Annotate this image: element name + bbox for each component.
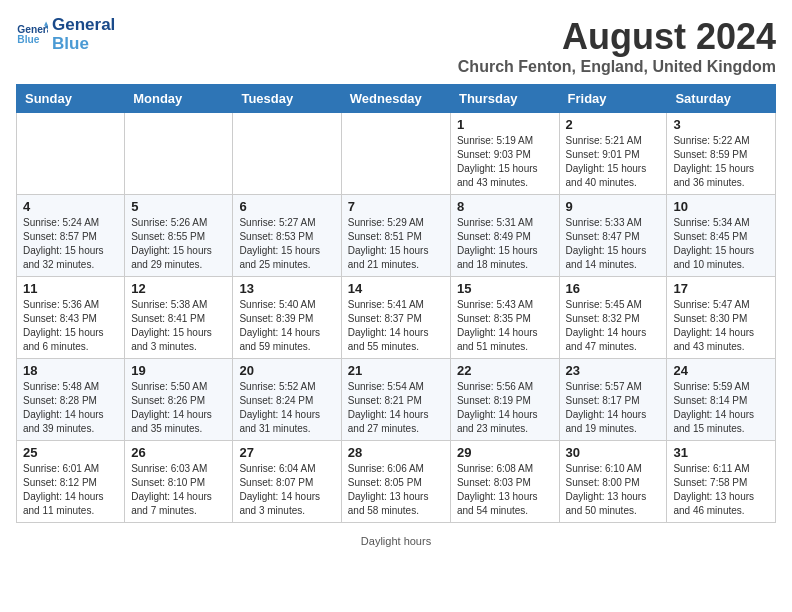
day-info: Sunrise: 5:19 AM Sunset: 9:03 PM Dayligh… xyxy=(457,134,553,190)
calendar-cell: 2Sunrise: 5:21 AM Sunset: 9:01 PM Daylig… xyxy=(559,113,667,195)
weekday-header-wednesday: Wednesday xyxy=(341,85,450,113)
day-info: Sunrise: 5:21 AM Sunset: 9:01 PM Dayligh… xyxy=(566,134,661,190)
logo-icon: General Blue xyxy=(16,19,48,51)
weekday-header-row: SundayMondayTuesdayWednesdayThursdayFrid… xyxy=(17,85,776,113)
day-number: 20 xyxy=(239,363,334,378)
day-number: 10 xyxy=(673,199,769,214)
calendar-cell: 19Sunrise: 5:50 AM Sunset: 8:26 PM Dayli… xyxy=(125,359,233,441)
day-number: 11 xyxy=(23,281,118,296)
day-info: Sunrise: 5:22 AM Sunset: 8:59 PM Dayligh… xyxy=(673,134,769,190)
day-number: 6 xyxy=(239,199,334,214)
logo-blue: Blue xyxy=(52,35,115,54)
daylight-hours-label: Daylight hours xyxy=(361,535,431,547)
week-row-5: 25Sunrise: 6:01 AM Sunset: 8:12 PM Dayli… xyxy=(17,441,776,523)
day-info: Sunrise: 5:52 AM Sunset: 8:24 PM Dayligh… xyxy=(239,380,334,436)
day-info: Sunrise: 6:10 AM Sunset: 8:00 PM Dayligh… xyxy=(566,462,661,518)
calendar-cell: 7Sunrise: 5:29 AM Sunset: 8:51 PM Daylig… xyxy=(341,195,450,277)
day-number: 23 xyxy=(566,363,661,378)
calendar-table: SundayMondayTuesdayWednesdayThursdayFrid… xyxy=(16,84,776,523)
calendar-cell: 20Sunrise: 5:52 AM Sunset: 8:24 PM Dayli… xyxy=(233,359,341,441)
day-info: Sunrise: 5:41 AM Sunset: 8:37 PM Dayligh… xyxy=(348,298,444,354)
day-number: 31 xyxy=(673,445,769,460)
day-info: Sunrise: 5:24 AM Sunset: 8:57 PM Dayligh… xyxy=(23,216,118,272)
day-info: Sunrise: 5:36 AM Sunset: 8:43 PM Dayligh… xyxy=(23,298,118,354)
day-number: 4 xyxy=(23,199,118,214)
day-number: 25 xyxy=(23,445,118,460)
day-info: Sunrise: 5:57 AM Sunset: 8:17 PM Dayligh… xyxy=(566,380,661,436)
svg-text:Blue: Blue xyxy=(17,34,39,45)
weekday-header-sunday: Sunday xyxy=(17,85,125,113)
calendar-cell xyxy=(125,113,233,195)
calendar-cell: 17Sunrise: 5:47 AM Sunset: 8:30 PM Dayli… xyxy=(667,277,776,359)
weekday-header-thursday: Thursday xyxy=(450,85,559,113)
day-number: 29 xyxy=(457,445,553,460)
calendar-cell: 11Sunrise: 5:36 AM Sunset: 8:43 PM Dayli… xyxy=(17,277,125,359)
calendar-cell: 1Sunrise: 5:19 AM Sunset: 9:03 PM Daylig… xyxy=(450,113,559,195)
calendar-cell: 13Sunrise: 5:40 AM Sunset: 8:39 PM Dayli… xyxy=(233,277,341,359)
day-number: 18 xyxy=(23,363,118,378)
day-number: 21 xyxy=(348,363,444,378)
calendar-cell: 14Sunrise: 5:41 AM Sunset: 8:37 PM Dayli… xyxy=(341,277,450,359)
logo-general: General xyxy=(52,16,115,35)
day-info: Sunrise: 6:04 AM Sunset: 8:07 PM Dayligh… xyxy=(239,462,334,518)
day-number: 16 xyxy=(566,281,661,296)
day-info: Sunrise: 6:03 AM Sunset: 8:10 PM Dayligh… xyxy=(131,462,226,518)
calendar-cell: 25Sunrise: 6:01 AM Sunset: 8:12 PM Dayli… xyxy=(17,441,125,523)
day-number: 9 xyxy=(566,199,661,214)
day-number: 17 xyxy=(673,281,769,296)
day-number: 15 xyxy=(457,281,553,296)
calendar-cell: 9Sunrise: 5:33 AM Sunset: 8:47 PM Daylig… xyxy=(559,195,667,277)
day-info: Sunrise: 5:54 AM Sunset: 8:21 PM Dayligh… xyxy=(348,380,444,436)
day-number: 28 xyxy=(348,445,444,460)
day-info: Sunrise: 6:08 AM Sunset: 8:03 PM Dayligh… xyxy=(457,462,553,518)
day-info: Sunrise: 5:40 AM Sunset: 8:39 PM Dayligh… xyxy=(239,298,334,354)
calendar-cell: 23Sunrise: 5:57 AM Sunset: 8:17 PM Dayli… xyxy=(559,359,667,441)
day-info: Sunrise: 5:29 AM Sunset: 8:51 PM Dayligh… xyxy=(348,216,444,272)
logo: General Blue General Blue xyxy=(16,16,115,53)
calendar-cell xyxy=(233,113,341,195)
week-row-3: 11Sunrise: 5:36 AM Sunset: 8:43 PM Dayli… xyxy=(17,277,776,359)
week-row-1: 1Sunrise: 5:19 AM Sunset: 9:03 PM Daylig… xyxy=(17,113,776,195)
day-info: Sunrise: 5:48 AM Sunset: 8:28 PM Dayligh… xyxy=(23,380,118,436)
day-info: Sunrise: 5:27 AM Sunset: 8:53 PM Dayligh… xyxy=(239,216,334,272)
day-info: Sunrise: 5:56 AM Sunset: 8:19 PM Dayligh… xyxy=(457,380,553,436)
week-row-4: 18Sunrise: 5:48 AM Sunset: 8:28 PM Dayli… xyxy=(17,359,776,441)
day-number: 3 xyxy=(673,117,769,132)
day-number: 14 xyxy=(348,281,444,296)
day-number: 19 xyxy=(131,363,226,378)
day-number: 26 xyxy=(131,445,226,460)
calendar-cell: 24Sunrise: 5:59 AM Sunset: 8:14 PM Dayli… xyxy=(667,359,776,441)
calendar-cell xyxy=(341,113,450,195)
day-number: 13 xyxy=(239,281,334,296)
day-info: Sunrise: 5:59 AM Sunset: 8:14 PM Dayligh… xyxy=(673,380,769,436)
day-info: Sunrise: 6:11 AM Sunset: 7:58 PM Dayligh… xyxy=(673,462,769,518)
calendar-cell: 29Sunrise: 6:08 AM Sunset: 8:03 PM Dayli… xyxy=(450,441,559,523)
page-title: August 2024 xyxy=(458,16,776,58)
day-number: 30 xyxy=(566,445,661,460)
calendar-cell: 6Sunrise: 5:27 AM Sunset: 8:53 PM Daylig… xyxy=(233,195,341,277)
day-info: Sunrise: 5:34 AM Sunset: 8:45 PM Dayligh… xyxy=(673,216,769,272)
calendar-cell: 12Sunrise: 5:38 AM Sunset: 8:41 PM Dayli… xyxy=(125,277,233,359)
calendar-cell: 27Sunrise: 6:04 AM Sunset: 8:07 PM Dayli… xyxy=(233,441,341,523)
calendar-cell: 18Sunrise: 5:48 AM Sunset: 8:28 PM Dayli… xyxy=(17,359,125,441)
day-info: Sunrise: 5:43 AM Sunset: 8:35 PM Dayligh… xyxy=(457,298,553,354)
calendar-cell: 8Sunrise: 5:31 AM Sunset: 8:49 PM Daylig… xyxy=(450,195,559,277)
page-subtitle: Church Fenton, England, United Kingdom xyxy=(458,58,776,76)
weekday-header-saturday: Saturday xyxy=(667,85,776,113)
day-number: 24 xyxy=(673,363,769,378)
calendar-cell: 15Sunrise: 5:43 AM Sunset: 8:35 PM Dayli… xyxy=(450,277,559,359)
day-info: Sunrise: 5:31 AM Sunset: 8:49 PM Dayligh… xyxy=(457,216,553,272)
calendar-cell: 31Sunrise: 6:11 AM Sunset: 7:58 PM Dayli… xyxy=(667,441,776,523)
weekday-header-friday: Friday xyxy=(559,85,667,113)
calendar-cell: 26Sunrise: 6:03 AM Sunset: 8:10 PM Dayli… xyxy=(125,441,233,523)
day-info: Sunrise: 5:47 AM Sunset: 8:30 PM Dayligh… xyxy=(673,298,769,354)
day-info: Sunrise: 5:33 AM Sunset: 8:47 PM Dayligh… xyxy=(566,216,661,272)
day-number: 27 xyxy=(239,445,334,460)
weekday-header-tuesday: Tuesday xyxy=(233,85,341,113)
calendar-cell: 21Sunrise: 5:54 AM Sunset: 8:21 PM Dayli… xyxy=(341,359,450,441)
footer-area: Daylight hours xyxy=(16,529,776,547)
day-number: 1 xyxy=(457,117,553,132)
title-area: August 2024 Church Fenton, England, Unit… xyxy=(458,16,776,76)
calendar-cell: 28Sunrise: 6:06 AM Sunset: 8:05 PM Dayli… xyxy=(341,441,450,523)
calendar-cell: 4Sunrise: 5:24 AM Sunset: 8:57 PM Daylig… xyxy=(17,195,125,277)
